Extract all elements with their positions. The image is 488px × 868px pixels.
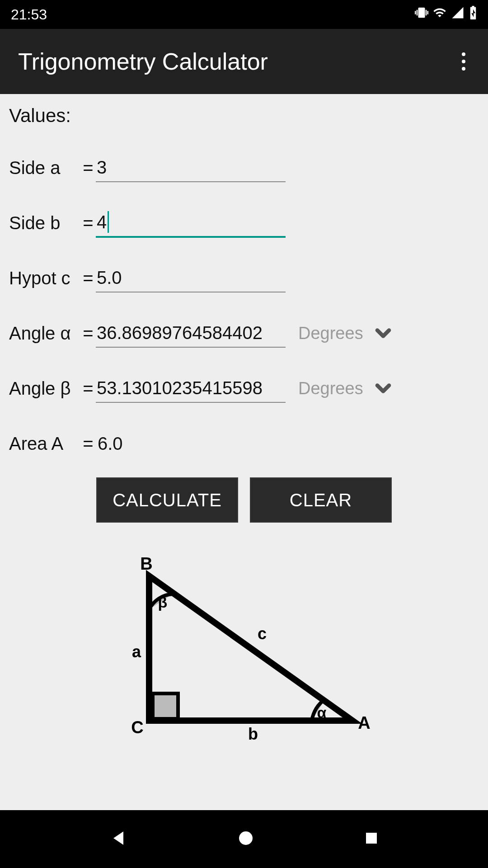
nav-back-button[interactable] <box>108 828 128 850</box>
app-title: Trigonometry Calculator <box>18 48 268 75</box>
label-side-b: Side b <box>9 213 80 233</box>
unit-angle-alpha: Degrees <box>298 324 363 343</box>
label-angle-beta: Angle β <box>9 378 80 399</box>
row-angle-beta: Angle β = Degrees <box>9 367 479 410</box>
diagram-label-a: a <box>132 642 141 661</box>
overflow-menu-button[interactable] <box>457 48 470 75</box>
diagram-label-c: c <box>258 624 267 643</box>
button-row: CALCULATE CLEAR <box>9 477 479 523</box>
svg-point-1 <box>239 831 253 845</box>
input-angle-beta[interactable] <box>96 374 286 403</box>
signal-icon <box>451 6 465 23</box>
diagram-label-A: A <box>358 713 370 732</box>
status-time: 21:53 <box>11 6 47 23</box>
input-side-a[interactable] <box>96 154 286 182</box>
diagram-label-B: B <box>140 554 152 573</box>
app-bar: Trigonometry Calculator <box>0 29 488 94</box>
equals-angle-beta: = <box>80 378 96 399</box>
unit-angle-beta: Degrees <box>298 379 363 398</box>
unit-dropdown-alpha[interactable] <box>371 321 395 345</box>
nav-bar <box>0 810 488 868</box>
label-area: Area A <box>9 434 80 454</box>
nav-home-button[interactable] <box>237 829 255 849</box>
equals-angle-alpha: = <box>80 323 96 344</box>
label-hypot-c: Hypot c <box>9 268 80 288</box>
label-angle-alpha: Angle α <box>9 323 80 344</box>
input-angle-alpha[interactable] <box>96 319 286 348</box>
calculate-button[interactable]: CALCULATE <box>96 477 238 523</box>
diagram-label-b: b <box>248 725 258 743</box>
row-side-a: Side a = <box>9 146 479 189</box>
triangle-diagram: B C A a b c β α <box>9 553 479 748</box>
equals-side-a: = <box>80 158 96 178</box>
diagram-label-beta: β <box>158 594 168 611</box>
equals-area: = <box>80 434 96 454</box>
equals-hypot-c: = <box>80 268 96 288</box>
content-area: Values: Side a = Side b = Hypot c = Angl… <box>0 94 488 810</box>
row-angle-alpha: Angle α = Degrees <box>9 312 479 354</box>
input-hypot-c[interactable] <box>96 264 286 292</box>
status-icons <box>415 6 477 23</box>
value-area: 6.0 <box>96 434 123 454</box>
input-side-b[interactable] <box>96 208 286 238</box>
label-side-a: Side a <box>9 158 80 178</box>
clear-button[interactable]: CLEAR <box>250 477 392 523</box>
svg-rect-2 <box>366 833 377 844</box>
status-bar: 21:53 <box>0 0 488 29</box>
nav-recent-button[interactable] <box>363 830 380 848</box>
battery-charging-icon <box>469 6 477 23</box>
wifi-icon <box>433 6 446 23</box>
equals-side-b: = <box>80 213 96 233</box>
vibrate-icon <box>415 6 428 23</box>
diagram-label-C: C <box>131 718 143 737</box>
row-hypot-c: Hypot c = <box>9 257 479 299</box>
row-area: Area A = 6.0 <box>9 422 479 465</box>
row-side-b: Side b = <box>9 202 479 244</box>
unit-dropdown-beta[interactable] <box>371 377 395 400</box>
svg-rect-0 <box>153 693 178 719</box>
diagram-label-alpha: α <box>317 704 327 721</box>
values-label: Values: <box>9 105 479 127</box>
